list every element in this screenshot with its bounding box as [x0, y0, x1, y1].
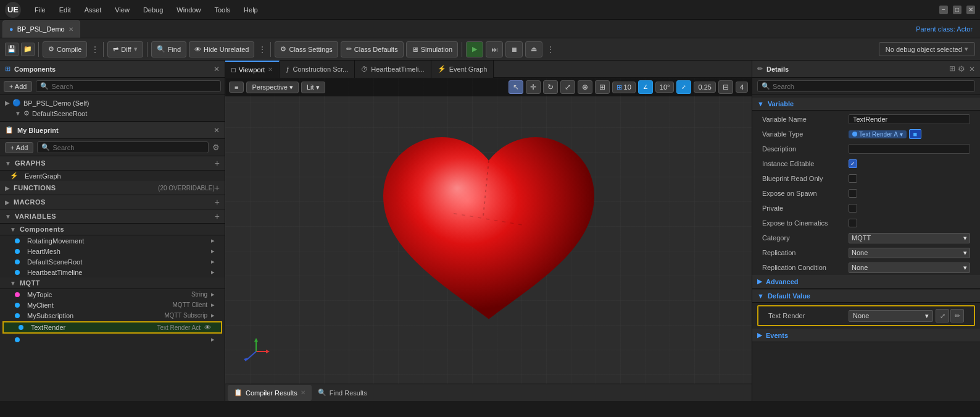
components-close[interactable]: ✕ — [214, 65, 220, 74]
debug-object-selector[interactable]: No debug object selected ▾ — [879, 42, 975, 56]
lit-button[interactable]: Lit ▾ — [301, 82, 325, 93]
var-textrender-eye-icon[interactable]: 👁 — [204, 324, 211, 331]
menu-edit[interactable]: Edit — [53, 4, 77, 16]
stop-button[interactable]: ⏹ — [505, 41, 523, 57]
advanced-section-header[interactable]: ▶ Advanced — [752, 275, 980, 289]
instance-editable-checkbox[interactable]: ✓ — [849, 159, 857, 168]
menu-tools[interactable]: Tools — [208, 4, 236, 16]
scale-tool[interactable]: ⤢ — [560, 80, 575, 94]
hide-menu[interactable]: ⋮ — [258, 44, 267, 54]
select-tool[interactable]: ↖ — [509, 80, 523, 94]
add-variable-button[interactable]: + Add — [5, 142, 33, 153]
default-value-section-header[interactable]: ▼ Default Value — [752, 290, 980, 303]
expose-on-spawn-checkbox[interactable] — [849, 189, 857, 198]
default-value-pick-btn[interactable]: ⤢ — [936, 309, 949, 322]
tree-item-defaultsceneroot[interactable]: ▼ ⚙ DefaultSceneRoot — [0, 108, 225, 119]
parent-class-link[interactable]: Actor — [957, 25, 973, 33]
menu-file[interactable]: File — [28, 4, 52, 16]
functions-add[interactable]: + — [215, 183, 220, 193]
close-button[interactable]: ✕ — [966, 6, 975, 14]
blueprint-read-only-checkbox[interactable] — [849, 174, 857, 183]
variable-name-input[interactable] — [849, 114, 970, 124]
find-results-tab[interactable]: 🔍 Find Results — [312, 385, 373, 401]
add-component-button[interactable]: + Add — [4, 81, 32, 92]
perspective-button[interactable]: Perspective ▾ — [246, 82, 298, 93]
compiler-results-close[interactable]: ✕ — [301, 389, 305, 396]
private-checkbox[interactable] — [849, 204, 857, 213]
viewport-tab-close[interactable]: ✕ — [268, 66, 273, 73]
var-components-header[interactable]: ▼ Components — [0, 224, 225, 235]
components-search-input[interactable] — [51, 83, 217, 90]
rotate-tool[interactable]: ↻ — [543, 80, 558, 94]
class-settings-button[interactable]: ⚙ Class Settings — [275, 41, 338, 57]
details-close[interactable]: ✕ — [969, 65, 975, 74]
find-button[interactable]: 🔍 Find — [151, 41, 186, 57]
var-textrender-timer[interactable]: ▸ — [0, 334, 225, 345]
category-select[interactable]: MQTT ▾ — [849, 233, 970, 243]
menu-window[interactable]: Window — [170, 4, 207, 16]
mybp-close[interactable]: ✕ — [214, 126, 220, 135]
replication-select[interactable]: None ▾ — [849, 248, 970, 258]
var-heartmesh[interactable]: HeartMesh ▸ — [0, 246, 225, 256]
browse-button[interactable]: 📁 — [21, 43, 35, 56]
var-heartbeattimeline[interactable]: HeartbeatTimeline ▸ — [0, 267, 225, 277]
expose-cinematics-checkbox[interactable] — [849, 219, 857, 227]
variable-type-extra[interactable]: ■ — [909, 129, 921, 139]
step-button[interactable]: ⏭ — [486, 41, 503, 57]
play-menu[interactable]: ⋮ — [546, 44, 555, 54]
play-button[interactable]: ▶ — [466, 41, 483, 57]
default-value-select[interactable]: None ▾ — [849, 310, 933, 322]
mybp-settings-icon[interactable]: ⚙ — [212, 143, 220, 152]
transform-tool[interactable]: ⊕ — [578, 80, 592, 94]
variables-add[interactable]: + — [215, 211, 220, 221]
details-settings-icon[interactable]: ⚙ — [958, 64, 965, 74]
compiler-results-tab[interactable]: 📋 Compiler Results ✕ — [228, 385, 312, 401]
variable-section-header[interactable]: ▼ Variable — [752, 98, 980, 111]
macros-section-header[interactable]: ▶ MACROS + — [0, 195, 225, 209]
details-search-input[interactable] — [773, 83, 971, 90]
simulation-button[interactable]: 🖥 Simulation — [406, 41, 458, 57]
menu-help[interactable]: Help — [238, 4, 264, 16]
details-grid-icon[interactable]: ⊞ — [949, 64, 955, 74]
var-mytopic[interactable]: MyTopic String ▸ — [0, 289, 225, 300]
menu-asset[interactable]: Asset — [78, 4, 108, 16]
menu-view[interactable]: View — [109, 4, 136, 16]
var-rotating-movement[interactable]: RotatingMovement ▸ — [0, 235, 225, 246]
mybp-search-input[interactable] — [52, 144, 204, 151]
var-myclient[interactable]: MyClient MQTT Client ▸ — [0, 300, 225, 310]
compile-button[interactable]: ⚙ Compile — [43, 41, 87, 57]
graphs-section-header[interactable]: ▼ GRAPHS + — [0, 156, 225, 171]
var-mqtt-header[interactable]: ▼ MQTT — [0, 277, 225, 289]
hamburger-menu[interactable]: ≡ — [229, 82, 244, 93]
variable-type-badge[interactable]: Text Render A ▾ — [849, 130, 907, 138]
skip-button[interactable]: ⏏ — [525, 41, 542, 57]
var-defaultsceneroot[interactable]: DefaultSceneRoot ▸ — [0, 256, 225, 267]
maximize-button[interactable]: □ — [953, 6, 961, 14]
bp-tab-close[interactable]: ✕ — [69, 26, 73, 33]
functions-section-header[interactable]: ▶ FUNCTIONS (20 OVERRIDABLE) + — [0, 181, 225, 195]
class-defaults-button[interactable]: ✏ Class Defaults — [341, 41, 404, 57]
replication-condition-select[interactable]: None ▾ — [849, 263, 970, 273]
hide-unrelated-button[interactable]: 👁 Hide Unrelated — [189, 41, 254, 57]
heartbeat-timeline-tab[interactable]: ⏱ HeartbeatTimeli... — [355, 61, 431, 78]
extra-tool[interactable]: ⊞ — [595, 80, 610, 94]
save-button[interactable]: 💾 — [5, 43, 19, 56]
bp-tab[interactable]: ● BP_PSL_Demo ✕ — [2, 20, 80, 38]
description-input[interactable] — [849, 144, 970, 154]
menu-debug[interactable]: Debug — [137, 4, 169, 16]
construction-tab[interactable]: ƒ Construction Scr... — [280, 61, 355, 78]
event-graph-item[interactable]: ⚡ EventGraph — [0, 171, 225, 181]
viewport-tab[interactable]: □ Viewport ✕ — [225, 61, 280, 78]
variables-section-header[interactable]: ▼ VARIABLES + — [0, 209, 225, 224]
var-mysubscription[interactable]: MySubscription MQTT Subscrip ▸ — [0, 310, 225, 321]
tree-item-bp-self[interactable]: ▶ 🔵 BP_PSL_Demo (Self) — [0, 98, 225, 108]
macros-add[interactable]: + — [215, 197, 220, 207]
minimize-button[interactable]: − — [939, 6, 948, 14]
graphs-add[interactable]: + — [215, 158, 220, 168]
events-section-header[interactable]: ▶ Events — [752, 329, 980, 342]
event-graph-tab[interactable]: ⚡ Event Graph — [431, 61, 494, 78]
diff-button[interactable]: ⇌ Diff ▾ — [107, 41, 143, 57]
compile-menu[interactable]: ⋮ — [91, 44, 99, 54]
translate-tool[interactable]: ✛ — [526, 80, 541, 94]
default-value-clear-btn[interactable]: ✏ — [950, 309, 964, 322]
